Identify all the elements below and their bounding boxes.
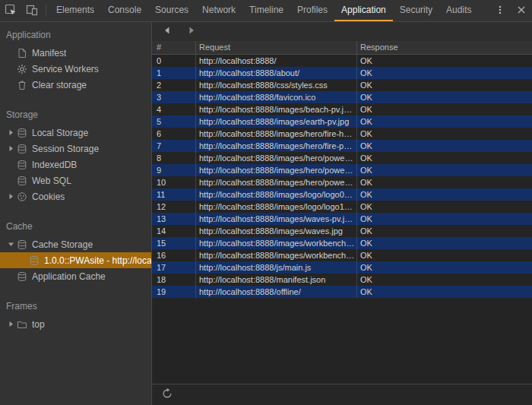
cache-entry-row[interactable]: 4http://localhost:8888/images/beach-pv.j… xyxy=(152,103,532,115)
sidebar-item-manifest[interactable]: Manifest xyxy=(0,45,151,61)
tab-sources[interactable]: Sources xyxy=(148,0,195,21)
cell-index: 14 xyxy=(152,225,196,237)
cell-response: OK xyxy=(357,176,532,188)
sidebar-item-top[interactable]: top xyxy=(0,316,151,332)
cell-index: 12 xyxy=(152,201,196,213)
tab-timeline[interactable]: Timeline xyxy=(242,0,290,21)
cell-request: http://localhost:8888/images/hero/powe… xyxy=(196,152,357,164)
cache-entry-row[interactable]: 9http://localhost:8888/images/hero/powe…… xyxy=(152,164,532,176)
expander-closed-icon[interactable] xyxy=(6,193,16,200)
sidebar-item-1-0-0-pwasite-http-local[interactable]: 1.0.0::PWAsite - http://local xyxy=(0,252,151,268)
sidebar-item-clear-storage[interactable]: Clear storage xyxy=(0,77,151,93)
cache-entry-row[interactable]: 15http://localhost:8888/images/workbench… xyxy=(152,237,532,249)
back-arrow-icon xyxy=(163,26,172,37)
cache-entry-row[interactable]: 7http://localhost:8888/images/hero/fire-… xyxy=(152,140,532,152)
sidebar-item-label: Cache Storage xyxy=(32,239,93,250)
sidebar-item-application-cache[interactable]: Application Cache xyxy=(0,268,151,284)
database-icon xyxy=(16,271,28,282)
sidebar-item-indexeddb[interactable]: IndexedDB xyxy=(0,157,151,172)
expander-closed-icon[interactable] xyxy=(6,129,16,136)
cell-index: 15 xyxy=(152,237,196,249)
sidebar-item-service-workers[interactable]: Service Workers xyxy=(0,61,151,77)
refresh-icon xyxy=(162,388,173,401)
cell-response: OK xyxy=(357,188,532,201)
cell-request: http://localhost:8888/images/hero/fire-h… xyxy=(196,128,357,140)
section-storage: StorageLocal StorageSession StorageIndex… xyxy=(0,102,151,214)
cell-index: 8 xyxy=(152,152,196,164)
section-frames: Framestop xyxy=(0,293,151,341)
cache-entry-row[interactable]: 5http://localhost:8888/images/earth-pv.j… xyxy=(152,115,532,128)
cache-entry-row[interactable]: 0http://localhost:8888/OK xyxy=(152,55,532,67)
tab-console[interactable]: Console xyxy=(101,0,148,21)
sidebar-item-cookies[interactable]: Cookies xyxy=(0,188,151,204)
cell-response: OK xyxy=(357,201,532,213)
tab-application[interactable]: Application xyxy=(334,0,393,21)
tab-profiles[interactable]: Profiles xyxy=(290,0,334,21)
tab-network[interactable]: Network xyxy=(195,0,242,21)
cell-request: http://localhost:8888/offline/ xyxy=(196,286,357,298)
cache-entry-row[interactable]: 2http://localhost:8888/css/styles.cssOK xyxy=(152,79,532,91)
cache-entry-row[interactable]: 11http://localhost:8888/images/logo/logo… xyxy=(152,188,532,201)
cell-request: http://localhost:8888/images/earth-pv.jp… xyxy=(196,115,357,128)
column-header-index[interactable]: # xyxy=(152,41,196,54)
cell-index: 4 xyxy=(152,103,196,115)
cache-entry-row[interactable]: 1http://localhost:8888/about/OK xyxy=(152,67,532,79)
tab-elements[interactable]: Elements xyxy=(49,0,101,21)
cell-request: http://localhost:8888/images/logo/logo0… xyxy=(196,188,357,201)
column-header-request[interactable]: Request xyxy=(196,41,357,54)
tab-security[interactable]: Security xyxy=(393,0,439,21)
inspect-element-button[interactable] xyxy=(0,0,21,21)
more-options-button[interactable] xyxy=(489,0,511,21)
cache-entry-row[interactable]: 6http://localhost:8888/images/hero/fire-… xyxy=(152,128,532,140)
cell-response: OK xyxy=(357,67,532,79)
cell-index: 6 xyxy=(152,128,196,140)
cache-entry-row[interactable]: 17http://localhost:8888/js/main.jsOK xyxy=(152,261,532,274)
grid-header: # Request Response xyxy=(152,41,532,55)
cache-entry-row[interactable]: 18http://localhost:8888/manifest.jsonOK xyxy=(152,274,532,286)
gear-icon xyxy=(16,64,28,74)
database-icon xyxy=(16,239,28,250)
cell-response: OK xyxy=(357,128,532,140)
cache-entry-row[interactable]: 16http://localhost:8888/images/workbench… xyxy=(152,249,532,261)
forward-button[interactable] xyxy=(185,26,198,38)
expander-closed-icon[interactable] xyxy=(6,145,16,152)
sidebar-item-label: Session Storage xyxy=(32,144,99,154)
cache-entry-row[interactable]: 14http://localhost:8888/images/waves.jpg… xyxy=(152,225,532,237)
cell-request: http://localhost:8888/favicon.ico xyxy=(196,91,357,103)
cache-entry-row[interactable]: 3http://localhost:8888/favicon.icoOK xyxy=(152,91,532,103)
cell-request: http://localhost:8888/images/logo/logo1… xyxy=(196,201,357,213)
cell-request: http://localhost:8888/ xyxy=(196,55,357,67)
section-application: ApplicationManifestService WorkersClear … xyxy=(0,22,151,102)
cell-response: OK xyxy=(357,152,532,164)
cell-index: 3 xyxy=(152,91,196,103)
manifest-icon xyxy=(16,48,28,59)
sidebar-item-local-storage[interactable]: Local Storage xyxy=(0,125,151,141)
cache-entry-row[interactable]: 12http://localhost:8888/images/logo/logo… xyxy=(152,201,532,213)
cell-request: http://localhost:8888/images/workbench… xyxy=(196,237,357,249)
sidebar-item-web-sql[interactable]: Web SQL xyxy=(0,172,151,188)
cell-response: OK xyxy=(357,103,532,115)
section-title-application: Application xyxy=(0,22,151,45)
close-devtools-button[interactable] xyxy=(511,0,532,21)
statusbar xyxy=(152,384,532,405)
tab-audits[interactable]: Audits xyxy=(439,0,478,21)
cache-entry-row[interactable]: 8http://localhost:8888/images/hero/powe…… xyxy=(152,152,532,164)
device-toolbar-button[interactable] xyxy=(21,0,43,21)
database-icon xyxy=(16,144,28,154)
cell-request: http://localhost:8888/js/main.js xyxy=(196,261,357,274)
sidebar-item-label: top xyxy=(32,319,45,330)
expander-closed-icon[interactable] xyxy=(6,321,16,327)
cell-request: http://localhost:8888/images/waves-pv.j… xyxy=(196,213,357,225)
sidebar-item-label: Service Workers xyxy=(32,64,99,74)
column-header-response[interactable]: Response xyxy=(357,41,532,54)
cache-entry-row[interactable]: 19http://localhost:8888/offline/OK xyxy=(152,286,532,298)
sidebar-item-session-storage[interactable]: Session Storage xyxy=(0,141,151,157)
sidebar-item-cache-storage[interactable]: Cache Storage xyxy=(0,236,151,252)
sidebar: ApplicationManifestService WorkersClear … xyxy=(0,22,152,405)
cell-request: http://localhost:8888/css/styles.css xyxy=(196,79,357,91)
refresh-button[interactable] xyxy=(161,389,173,401)
cache-entry-row[interactable]: 10http://localhost:8888/images/hero/powe… xyxy=(152,176,532,188)
expander-open-icon[interactable] xyxy=(6,241,16,248)
cache-entry-row[interactable]: 13http://localhost:8888/images/waves-pv.… xyxy=(152,213,532,225)
back-button[interactable] xyxy=(161,26,173,38)
